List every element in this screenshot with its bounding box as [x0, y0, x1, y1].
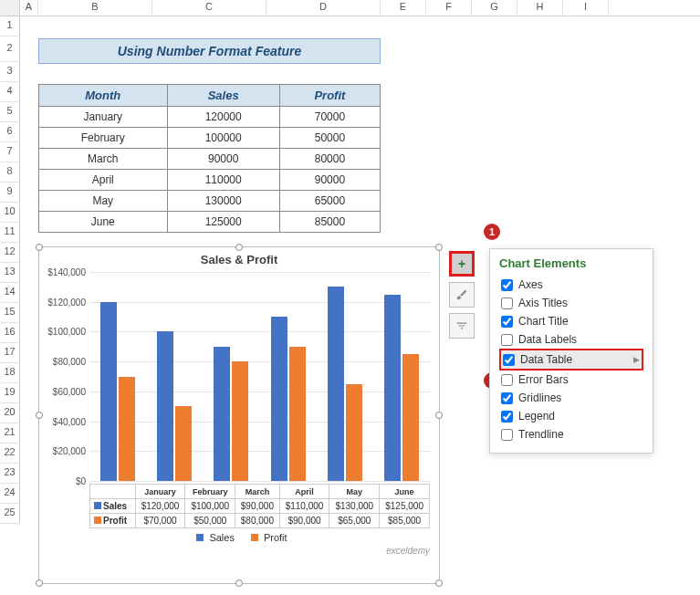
- row-header-20[interactable]: 20: [0, 403, 20, 423]
- row-header-19[interactable]: 19: [0, 383, 20, 403]
- chart-element-item-data-table[interactable]: Data Table▶: [499, 349, 643, 371]
- col-header-B[interactable]: B: [38, 0, 152, 16]
- chart-styles-button[interactable]: [449, 282, 475, 308]
- bar-sales[interactable]: [214, 347, 230, 481]
- table-cell[interactable]: May: [39, 191, 168, 212]
- bar-profit[interactable]: [402, 354, 419, 481]
- bar-profit[interactable]: [232, 361, 248, 481]
- col-header-F[interactable]: F: [426, 0, 472, 16]
- resize-handle[interactable]: [36, 579, 43, 587]
- table-cell[interactable]: 70000: [279, 107, 380, 128]
- chart-element-checkbox[interactable]: [503, 354, 515, 366]
- chart-element-item-legend[interactable]: Legend: [499, 407, 643, 425]
- row-header-9[interactable]: 9: [0, 183, 20, 203]
- chart-element-checkbox[interactable]: [501, 316, 513, 328]
- row-header-5[interactable]: 5: [0, 102, 20, 122]
- table-cell[interactable]: 120000: [167, 107, 279, 128]
- chart-elements-button[interactable]: +: [449, 251, 475, 277]
- table-cell[interactable]: 80000: [279, 149, 380, 170]
- resize-handle[interactable]: [435, 244, 443, 251]
- chart-element-item-trendline[interactable]: Trendline: [499, 425, 643, 444]
- resize-handle[interactable]: [36, 412, 43, 419]
- chart-element-item-axes[interactable]: Axes: [499, 276, 643, 294]
- table-row[interactable]: April11000090000: [39, 170, 381, 191]
- table-header[interactable]: Profit: [279, 85, 380, 107]
- row-header-15[interactable]: 15: [0, 303, 20, 323]
- row-header-7[interactable]: 7: [0, 142, 20, 162]
- row-header-25[interactable]: 25: [0, 504, 20, 524]
- legend[interactable]: SalesProfit: [39, 528, 439, 547]
- resize-handle[interactable]: [36, 244, 43, 251]
- chart-element-item-axis-titles[interactable]: Axis Titles: [499, 294, 643, 312]
- bar-profit[interactable]: [346, 384, 362, 481]
- chart-element-item-gridlines[interactable]: Gridlines: [499, 389, 643, 407]
- bar-profit[interactable]: [289, 347, 306, 481]
- col-header-A[interactable]: A: [20, 0, 38, 16]
- bar-sales[interactable]: [100, 302, 117, 481]
- row-header-18[interactable]: 18: [0, 363, 20, 383]
- resize-handle[interactable]: [235, 579, 243, 587]
- table-row[interactable]: June12500085000: [39, 212, 381, 233]
- table-cell[interactable]: 100000: [167, 128, 279, 149]
- col-header-H[interactable]: H: [517, 0, 563, 16]
- row-header-13[interactable]: 13: [0, 263, 20, 283]
- chart-element-checkbox[interactable]: [501, 298, 513, 309]
- chart-elements-popup[interactable]: Chart Elements AxesAxis TitlesChart Titl…: [489, 248, 653, 454]
- data-table[interactable]: MonthSalesProfit January12000070000Febru…: [38, 84, 381, 233]
- table-header[interactable]: Month: [39, 85, 168, 107]
- table-row[interactable]: May13000065000: [39, 191, 381, 212]
- chart-container[interactable]: Sales & Profit $0$20,000$40,000$60,000$8…: [38, 246, 440, 584]
- row-header-11[interactable]: 11: [0, 223, 20, 243]
- chart-element-checkbox[interactable]: [501, 411, 513, 423]
- resize-handle[interactable]: [435, 412, 443, 419]
- row-header-12[interactable]: 12: [0, 243, 20, 263]
- table-cell[interactable]: March: [39, 149, 168, 170]
- bar-profit[interactable]: [175, 406, 192, 481]
- table-header[interactable]: Sales: [167, 85, 279, 107]
- table-cell[interactable]: 90000: [167, 149, 279, 170]
- table-cell[interactable]: June: [39, 212, 168, 233]
- col-header-I[interactable]: I: [563, 0, 609, 16]
- row-header-3[interactable]: 3: [0, 62, 20, 82]
- bar-profit[interactable]: [119, 377, 135, 482]
- table-cell[interactable]: 90000: [279, 170, 380, 191]
- row-header-8[interactable]: 8: [0, 162, 20, 183]
- col-header-E[interactable]: E: [381, 0, 426, 16]
- chart-element-checkbox[interactable]: [501, 429, 513, 441]
- chart-element-item-error-bars[interactable]: Error Bars: [499, 371, 643, 389]
- table-cell[interactable]: 125000: [167, 212, 279, 233]
- table-cell[interactable]: 85000: [279, 212, 380, 233]
- plot-area[interactable]: $0$20,000$40,000$60,000$80,000$100,000$1…: [89, 272, 430, 482]
- resize-handle[interactable]: [435, 579, 443, 587]
- row-header-16[interactable]: 16: [0, 323, 20, 343]
- row-header-6[interactable]: 6: [0, 122, 20, 142]
- table-cell[interactable]: 130000: [167, 191, 279, 212]
- chart-filter-button[interactable]: [449, 313, 475, 339]
- table-cell[interactable]: January: [39, 107, 168, 128]
- row-header-4[interactable]: 4: [0, 82, 20, 102]
- row-header-24[interactable]: 24: [0, 484, 20, 504]
- table-row[interactable]: March9000080000: [39, 149, 381, 170]
- table-cell[interactable]: February: [39, 128, 168, 149]
- row-header-17[interactable]: 17: [0, 343, 20, 363]
- chart-element-checkbox[interactable]: [501, 279, 513, 291]
- row-header-22[interactable]: 22: [0, 444, 20, 464]
- table-row[interactable]: January12000070000: [39, 107, 381, 128]
- table-row[interactable]: February10000050000: [39, 128, 381, 149]
- table-cell[interactable]: 50000: [279, 128, 380, 149]
- col-header-D[interactable]: D: [266, 0, 381, 16]
- submenu-arrow-icon[interactable]: ▶: [633, 355, 640, 364]
- row-header-2[interactable]: 2: [0, 37, 20, 62]
- bar-sales[interactable]: [157, 331, 173, 481]
- legend-item[interactable]: Sales: [191, 532, 235, 543]
- col-header-G[interactable]: G: [472, 0, 517, 16]
- bar-sales[interactable]: [384, 295, 401, 481]
- chart-element-checkbox[interactable]: [501, 334, 513, 346]
- row-header-1[interactable]: 1: [0, 16, 20, 37]
- chart-element-checkbox[interactable]: [501, 374, 513, 386]
- col-header-C[interactable]: C: [152, 0, 266, 16]
- row-header-14[interactable]: 14: [0, 283, 20, 303]
- resize-handle[interactable]: [235, 244, 243, 251]
- chart-element-item-chart-title[interactable]: Chart Title: [499, 312, 643, 330]
- bar-sales[interactable]: [328, 287, 344, 481]
